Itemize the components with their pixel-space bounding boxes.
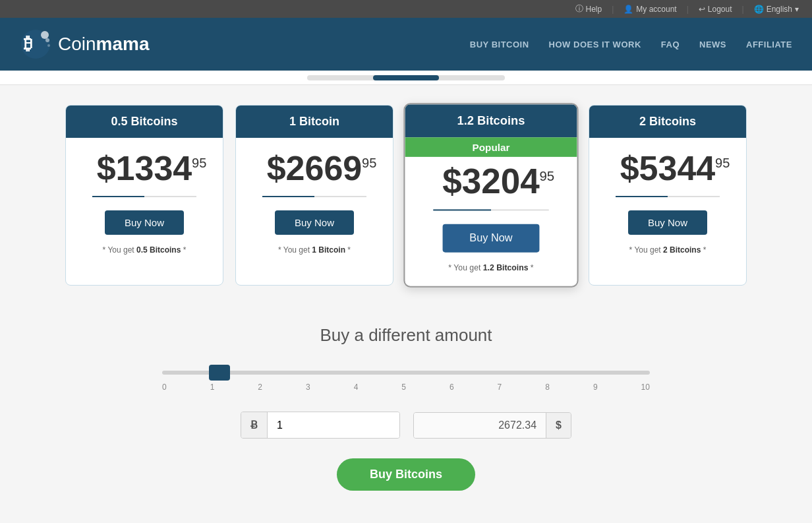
account-label: My account — [636, 5, 676, 14]
nav-affiliate[interactable]: AFFILIATE — [746, 36, 792, 53]
card-1-header: 1 Bitcoin — [236, 106, 393, 138]
nav-news[interactable]: NEWS — [699, 36, 726, 53]
card-1.2-body: $320495 Buy Now * You get 1.2 Bitcoins * — [405, 157, 577, 286]
pricing-cards-row: 0.5 Bitcoins $133495 Buy Now * You get 0… — [24, 105, 788, 286]
account-icon: 👤 — [624, 5, 633, 14]
btc-prefix: Ƀ — [241, 412, 268, 438]
card-0.5-price: $133495 — [97, 151, 192, 185]
nav-how-it-works[interactable]: HOW DOES IT WORK — [549, 36, 641, 53]
chevron-down-icon: ▾ — [795, 5, 799, 14]
price-divider — [616, 196, 720, 197]
svg-text:₿: ₿ — [24, 34, 32, 53]
main-content: 0.5 Bitcoins $133495 Buy Now * You get 0… — [11, 85, 801, 523]
usd-input-group: 2672.34 $ — [413, 412, 571, 439]
different-amount-section: Buy a different amount 0 1 2 3 4 5 6 7 8… — [24, 312, 788, 504]
card-0.5-note: * You get 0.5 Bitcoins * — [103, 245, 187, 255]
card-1.2-header: 1.2 Bitcoins — [405, 104, 577, 137]
slider-label-10: 10 — [641, 383, 650, 392]
globe-icon: 🌐 — [754, 5, 764, 14]
separator-1: | — [612, 5, 614, 14]
slider-track-wrapper — [162, 365, 650, 377]
card-1-btc: 1 Bitcoin $266995 Buy Now * You get 1 Bi… — [235, 105, 393, 286]
language-link[interactable]: 🌐 English ▾ — [754, 5, 799, 14]
slider-label-3: 3 — [306, 383, 310, 392]
card-2-btc: 2 Bitcoins $534495 Buy Now * You get 2 B… — [589, 105, 747, 286]
slider-label-0: 0 — [162, 383, 167, 392]
price-main: $2669 — [267, 149, 362, 187]
price-sup: 95 — [539, 169, 554, 182]
logout-link[interactable]: ↩ Logout — [699, 5, 732, 14]
logo-icon: ₿ — [20, 28, 51, 60]
card-2-header: 2 Bitcoins — [589, 106, 746, 138]
price-sup: 95 — [715, 156, 730, 169]
card-2-body: $534495 Buy Now * You get 2 Bitcoins * — [589, 138, 746, 268]
account-link[interactable]: 👤 My account — [624, 5, 676, 14]
card-1-price: $266995 — [267, 151, 362, 185]
top-bar: ⓘ Help | 👤 My account | ↩ Logout | 🌐 Eng… — [0, 0, 812, 18]
buy-now-2-button[interactable]: Buy Now — [628, 210, 707, 235]
help-label: Help — [586, 5, 602, 14]
logo-text: Coinmama — [58, 34, 150, 55]
svg-point-4 — [47, 44, 50, 47]
card-2-note: * You get 2 Bitcoins * — [629, 245, 707, 255]
card-1-body: $266995 Buy Now * You get 1 Bitcoin * — [236, 138, 393, 268]
card-0.5-btc: 0.5 Bitcoins $133495 Buy Now * You get 0… — [65, 105, 223, 286]
main-nav: ₿ Coinmama BUY BITCOIN HOW DOES IT WORK … — [0, 18, 812, 71]
slider-label-2: 2 — [258, 383, 262, 392]
buy-now-1-button[interactable]: Buy Now — [275, 210, 354, 235]
price-main: $1334 — [97, 149, 192, 187]
slider-label-8: 8 — [545, 383, 550, 392]
card-1.2-price: $320495 — [442, 164, 540, 199]
card-2-price: $534495 — [620, 151, 716, 185]
amount-input-row: Ƀ 2672.34 $ — [24, 412, 788, 439]
nav-buy-bitcoin[interactable]: BUY BITCOIN — [470, 36, 529, 53]
btc-input-group: Ƀ — [241, 412, 400, 439]
language-label: English — [767, 5, 792, 14]
btc-amount-input[interactable] — [268, 412, 399, 438]
scroll-track — [307, 75, 505, 80]
help-link[interactable]: ⓘ Help — [575, 3, 602, 15]
card-1.2-btc: 1.2 Bitcoins Popular $320495 Buy Now * Y… — [403, 103, 578, 287]
buy-now-0.5-button[interactable]: Buy Now — [105, 210, 184, 235]
help-icon: ⓘ — [575, 3, 583, 15]
separator-3: | — [742, 5, 744, 14]
buy-bitcoins-button[interactable]: Buy Bitcoins — [337, 458, 475, 491]
slider-label-4: 4 — [354, 383, 359, 392]
scroll-thumb — [373, 75, 439, 80]
popular-badge: Popular — [405, 137, 577, 157]
buy-now-1.2-button[interactable]: Buy Now — [443, 224, 540, 253]
slider-label-9: 9 — [593, 383, 598, 392]
scroll-hint — [0, 71, 812, 85]
logo-bold: mama — [96, 34, 150, 54]
logo[interactable]: ₿ Coinmama — [20, 28, 150, 60]
slider-label-7: 7 — [498, 383, 502, 392]
card-1-note: * You get 1 Bitcoin * — [278, 245, 351, 255]
nav-links: BUY BITCOIN HOW DOES IT WORK FAQ NEWS AF… — [470, 36, 792, 53]
logout-label: Logout — [708, 5, 732, 14]
different-amount-heading: Buy a different amount — [24, 325, 788, 346]
card-0.5-header: 0.5 Bitcoins — [66, 106, 223, 138]
separator-2: | — [687, 5, 689, 14]
usd-value: 2672.34 — [414, 413, 546, 438]
slider-container: 0 1 2 3 4 5 6 7 8 9 10 — [24, 365, 788, 392]
btc-amount-slider[interactable] — [162, 371, 650, 375]
price-sup: 95 — [362, 156, 376, 169]
card-1.2-note: * You get 1.2 Bitcoins * — [448, 263, 533, 272]
price-divider — [262, 196, 366, 197]
nav-faq[interactable]: FAQ — [661, 36, 680, 53]
slider-labels: 0 1 2 3 4 5 6 7 8 9 10 — [162, 383, 650, 392]
logout-icon: ↩ — [699, 5, 705, 14]
svg-point-2 — [41, 31, 49, 39]
price-main: $5344 — [620, 149, 716, 187]
price-divider — [92, 196, 196, 197]
slider-label-5: 5 — [401, 383, 406, 392]
usd-suffix: $ — [546, 413, 571, 438]
card-0.5-body: $133495 Buy Now * You get 0.5 Bitcoins * — [66, 138, 223, 268]
slider-label-1: 1 — [210, 383, 215, 392]
price-main: $3204 — [442, 162, 540, 200]
logo-light: Coin — [58, 34, 96, 54]
price-sup: 95 — [192, 156, 206, 169]
slider-label-6: 6 — [450, 383, 454, 392]
price-divider — [433, 209, 549, 210]
svg-point-3 — [45, 38, 49, 42]
